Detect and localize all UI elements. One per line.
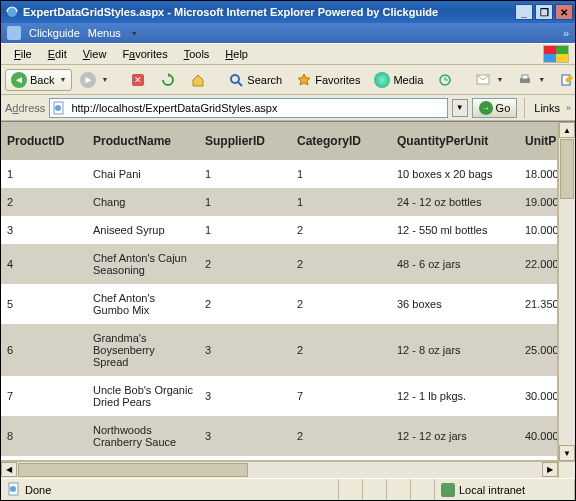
col-unitprice[interactable]: UnitP bbox=[519, 122, 558, 160]
search-button[interactable]: Search bbox=[222, 69, 288, 91]
chevron-down-icon[interactable]: ▼ bbox=[496, 76, 503, 83]
svg-line-4 bbox=[238, 82, 242, 86]
menu-edit[interactable]: Edit bbox=[41, 46, 74, 62]
chevron-down-icon[interactable]: ▼ bbox=[59, 76, 66, 83]
forward-button[interactable]: ► ▼ bbox=[74, 69, 114, 91]
cell-categoryid: 7 bbox=[291, 376, 391, 416]
cell-categoryid: 1 bbox=[291, 160, 391, 188]
svg-point-14 bbox=[10, 486, 16, 492]
scroll-right-arrow-icon[interactable]: ▶ bbox=[542, 462, 558, 477]
col-supplierid[interactable]: SupplierID bbox=[199, 122, 291, 160]
stop-icon: ✕ bbox=[130, 72, 146, 88]
links-overflow-icon[interactable]: » bbox=[566, 103, 571, 113]
menu-favorites[interactable]: Favorites bbox=[115, 46, 174, 62]
svg-text:✕: ✕ bbox=[134, 75, 142, 85]
address-label: Address bbox=[5, 102, 45, 114]
ext-label-clickguide[interactable]: Clickguide bbox=[29, 27, 80, 39]
cell-categoryid: 2 bbox=[291, 244, 391, 284]
close-button[interactable]: ✕ bbox=[555, 4, 573, 20]
address-dropdown-button[interactable]: ▼ bbox=[452, 99, 468, 117]
cell-productid: 1 bbox=[1, 160, 87, 188]
star-icon bbox=[296, 72, 312, 88]
print-button[interactable]: ▼ bbox=[511, 69, 551, 91]
cell-productname: Chang bbox=[87, 188, 199, 216]
back-arrow-icon: ◄ bbox=[11, 72, 27, 88]
vertical-scroll-thumb[interactable] bbox=[560, 139, 574, 199]
menu-tools[interactable]: Tools bbox=[177, 46, 217, 62]
go-button[interactable]: → Go bbox=[472, 98, 518, 118]
cell-productid: 3 bbox=[1, 216, 87, 244]
cell-productname: Northwoods Cranberry Sauce bbox=[87, 416, 199, 456]
home-button[interactable] bbox=[184, 69, 212, 91]
scrollbar-corner bbox=[558, 461, 575, 478]
address-input[interactable] bbox=[69, 101, 444, 115]
col-productname[interactable]: ProductName bbox=[87, 122, 199, 160]
cell-supplierid: 1 bbox=[199, 160, 291, 188]
cell-quantityperunit: 10 boxes x 20 bags bbox=[391, 160, 519, 188]
scroll-left-arrow-icon[interactable]: ◀ bbox=[1, 462, 17, 477]
cell-supplierid: 1 bbox=[199, 188, 291, 216]
table-row[interactable]: 6Grandma's Boysenberry Spread3212 - 8 oz… bbox=[1, 324, 558, 376]
back-button[interactable]: ◄ Back ▼ bbox=[5, 69, 72, 91]
links-label[interactable]: Links bbox=[532, 102, 562, 114]
cell-categoryid: 2 bbox=[291, 216, 391, 244]
chevron-down-icon[interactable]: ▼ bbox=[101, 76, 108, 83]
cell-productid: 8 bbox=[1, 416, 87, 456]
menu-bar: File Edit View Favorites Tools Help bbox=[1, 43, 575, 65]
edit-page-button[interactable] bbox=[553, 69, 576, 91]
restore-button[interactable]: ❐ bbox=[535, 4, 553, 20]
vertical-scrollbar[interactable]: ▲ ▼ bbox=[558, 122, 575, 461]
zone-label: Local intranet bbox=[459, 484, 525, 496]
home-icon bbox=[190, 72, 206, 88]
chevron-down-icon[interactable]: ▼ bbox=[131, 30, 138, 37]
table-row[interactable]: 3Aniseed Syrup1212 - 550 ml bottles10.00… bbox=[1, 216, 558, 244]
col-productid[interactable]: ProductID bbox=[1, 122, 87, 160]
minimize-button[interactable]: _ bbox=[515, 4, 533, 20]
chevron-down-icon[interactable]: ▼ bbox=[538, 76, 545, 83]
cell-supplierid: 3 bbox=[199, 416, 291, 456]
history-button[interactable] bbox=[431, 69, 459, 91]
search-label: Search bbox=[247, 74, 282, 86]
scroll-down-arrow-icon[interactable]: ▼ bbox=[559, 445, 575, 461]
stop-button[interactable]: ✕ bbox=[124, 69, 152, 91]
cell-categoryid: 2 bbox=[291, 284, 391, 324]
cell-productid: 6 bbox=[1, 324, 87, 376]
back-label: Back bbox=[30, 74, 54, 86]
history-icon bbox=[437, 72, 453, 88]
media-label: Media bbox=[393, 74, 423, 86]
mail-button[interactable]: ▼ bbox=[469, 69, 509, 91]
title-bar: ExpertDataGridStyles.aspx - Microsoft In… bbox=[1, 1, 575, 23]
favorites-button[interactable]: Favorites bbox=[290, 69, 366, 91]
cell-productname: Uncle Bob's Organic Dried Pears bbox=[87, 376, 199, 416]
cell-categoryid: 2 bbox=[291, 416, 391, 456]
table-row[interactable]: 5Chef Anton's Gumbo Mix2236 boxes21.3500 bbox=[1, 284, 558, 324]
horizontal-scrollbar[interactable]: ◀ ▶ bbox=[1, 461, 558, 478]
print-icon bbox=[517, 72, 533, 88]
menu-view[interactable]: View bbox=[76, 46, 114, 62]
table-row[interactable]: 1Chai Pani1110 boxes x 20 bags18.0000 bbox=[1, 160, 558, 188]
page-icon bbox=[52, 101, 66, 115]
horizontal-scroll-thumb[interactable] bbox=[18, 463, 248, 477]
table-row[interactable]: 4Chef Anton's Cajun Seasoning2248 - 6 oz… bbox=[1, 244, 558, 284]
cell-unitp: 10.0000 bbox=[519, 216, 558, 244]
cell-unitp: 25.0000 bbox=[519, 324, 558, 376]
media-icon bbox=[374, 72, 390, 88]
cell-unitp: 18.0000 bbox=[519, 160, 558, 188]
refresh-button[interactable] bbox=[154, 69, 182, 91]
col-categoryid[interactable]: CategoryID bbox=[291, 122, 391, 160]
table-row[interactable]: 2Chang1124 - 12 oz bottles19.0000 bbox=[1, 188, 558, 216]
media-button[interactable]: Media bbox=[368, 69, 429, 91]
cell-quantityperunit: 24 - 12 oz bottles bbox=[391, 188, 519, 216]
col-quantity[interactable]: QuantityPerUnit bbox=[391, 122, 519, 160]
table-row[interactable]: 8Northwoods Cranberry Sauce3212 - 12 oz … bbox=[1, 416, 558, 456]
scroll-up-arrow-icon[interactable]: ▲ bbox=[559, 122, 575, 138]
menu-file[interactable]: File bbox=[7, 46, 39, 62]
menu-help[interactable]: Help bbox=[218, 46, 255, 62]
address-input-wrap[interactable] bbox=[49, 98, 447, 118]
extension-overflow-icon[interactable]: » bbox=[563, 27, 569, 39]
ext-label-menus[interactable]: Menus bbox=[88, 27, 121, 39]
status-slot-3 bbox=[387, 479, 411, 500]
cell-unitp: 19.0000 bbox=[519, 188, 558, 216]
refresh-icon bbox=[160, 72, 176, 88]
table-row[interactable]: 7Uncle Bob's Organic Dried Pears3712 - 1… bbox=[1, 376, 558, 416]
